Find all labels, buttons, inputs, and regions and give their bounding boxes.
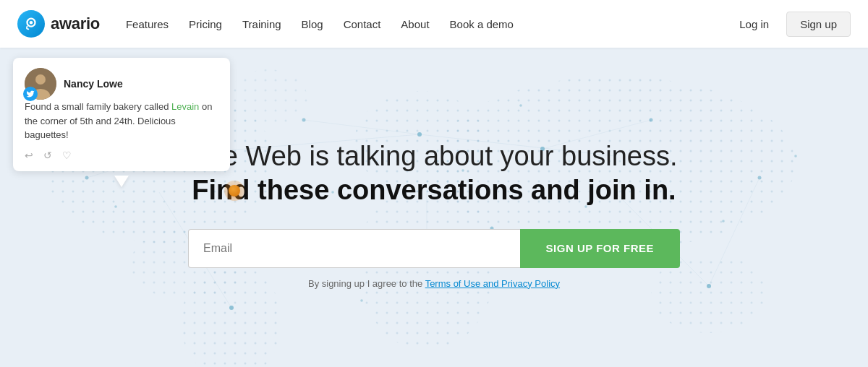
tweet-card: Nancy Lowe Found a small family bakery c… (13, 58, 230, 171)
map-pin (224, 181, 244, 201)
signup-button[interactable]: Sign up (786, 12, 851, 37)
tweet-username: Nancy Lowe (64, 78, 123, 90)
hero-text: The Web is talking about your business. … (190, 141, 677, 229)
nav-about[interactable]: About (401, 18, 429, 30)
tweet-actions: ↩ ↺ ♡ (25, 150, 218, 161)
signup-free-button[interactable]: SIGN UP FOR FREE (520, 229, 680, 268)
cta-row: SIGN UP FOR FREE (188, 229, 680, 268)
hero-section: Nancy Lowe Found a small family bakery c… (0, 48, 868, 367)
svg-point-39 (360, 299, 363, 302)
tweet-body: Found a small family bakery called Levai… (25, 100, 218, 142)
hero-title-bold: Find these conversations and join in. (190, 175, 677, 206)
svg-point-38 (794, 155, 797, 157)
disclaimer-text: By signing up I agree to the (308, 278, 425, 289)
disclaimer: By signing up I agree to the Terms of Us… (308, 278, 560, 289)
tweet-reply-icon[interactable]: ↩ (25, 150, 33, 161)
navbar: awario Features Pricing Training Blog Co… (0, 0, 868, 48)
tweet-body-before: Found a small family bakery called (25, 101, 171, 112)
disclaimer-link[interactable]: Terms of Use and Privacy Policy (425, 278, 560, 289)
email-input[interactable] (188, 229, 520, 268)
twitter-icon (23, 87, 38, 101)
logo-text: awario (51, 14, 100, 33)
logo-link[interactable]: awario (17, 10, 100, 38)
svg-point-35 (519, 104, 522, 107)
map-pin-inner (229, 185, 240, 197)
hero-title-light: The Web is talking about your business. (190, 141, 677, 172)
nav-links: Features Pricing Training Blog Contact A… (126, 18, 731, 30)
tweet-connector (114, 176, 129, 187)
svg-point-20 (229, 306, 234, 310)
nav-blog[interactable]: Blog (302, 18, 323, 30)
nav-book-demo[interactable]: Book a demo (450, 18, 514, 30)
nav-actions: Log in Sign up (731, 12, 851, 37)
nav-training[interactable]: Training (242, 18, 281, 30)
svg-point-42 (35, 74, 46, 85)
login-button[interactable]: Log in (731, 14, 778, 35)
tweet-header: Nancy Lowe (25, 68, 218, 100)
tweet-highlight: Levain (171, 101, 199, 112)
svg-point-1 (30, 21, 33, 25)
svg-point-37 (722, 220, 725, 223)
tweet-like-icon[interactable]: ♡ (62, 150, 72, 161)
nav-contact[interactable]: Contact (344, 18, 381, 30)
logo-icon (17, 10, 45, 38)
nav-features[interactable]: Features (126, 18, 169, 30)
svg-point-31 (114, 205, 117, 208)
map-pin-outer (224, 181, 244, 201)
nav-pricing[interactable]: Pricing (189, 18, 222, 30)
svg-point-10 (228, 69, 307, 127)
tweet-retweet-icon[interactable]: ↺ (43, 150, 52, 161)
